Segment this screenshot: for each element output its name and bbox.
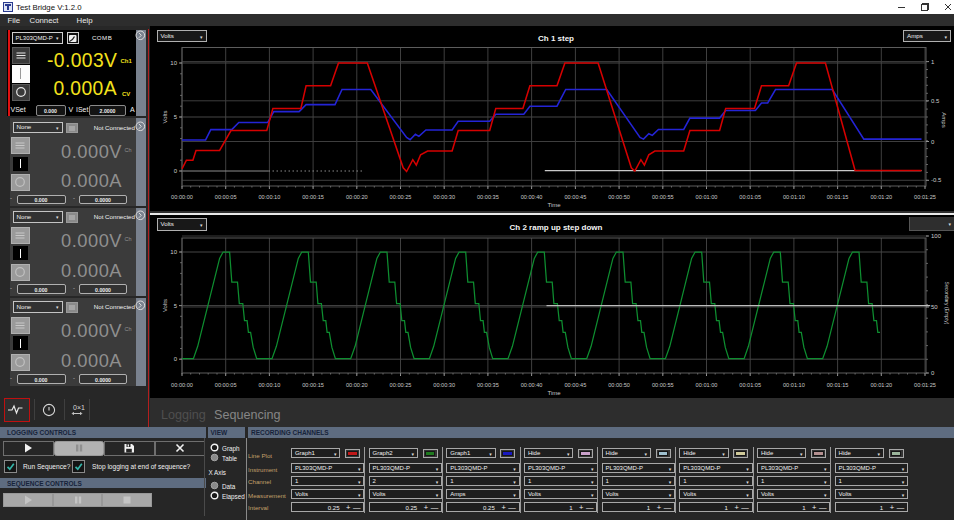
svg-text:00:00:45: 00:00:45 <box>565 194 587 200</box>
svg-text:00:00:35: 00:00:35 <box>477 194 499 200</box>
svg-text:00:00:20: 00:00:20 <box>346 194 368 200</box>
svg-text:00:00:15: 00:00:15 <box>302 194 324 200</box>
svg-text:Amps: Amps <box>941 112 947 127</box>
svg-text:00:00:40: 00:00:40 <box>521 194 543 200</box>
svg-text:00:00:20: 00:00:20 <box>346 382 368 388</box>
svg-text:Time: Time <box>547 390 561 396</box>
svg-text:00:00:10: 00:00:10 <box>259 382 281 388</box>
svg-text:00:00:30: 00:00:30 <box>433 194 455 200</box>
svg-text:00:00:55: 00:00:55 <box>652 382 674 388</box>
svg-text:00:01:10: 00:01:10 <box>783 382 805 388</box>
svg-text:00:00:25: 00:00:25 <box>390 194 412 200</box>
svg-text:00:00:00: 00:00:00 <box>171 382 193 388</box>
svg-text:00:01:00: 00:01:00 <box>696 382 718 388</box>
svg-text:00:00:25: 00:00:25 <box>390 382 412 388</box>
svg-text:00:00:00: 00:00:00 <box>171 194 193 200</box>
svg-text:Volts: Volts <box>162 299 168 312</box>
svg-text:00:00:50: 00:00:50 <box>608 194 630 200</box>
svg-text:00:01:00: 00:01:00 <box>696 194 718 200</box>
svg-text:00:00:15: 00:00:15 <box>302 382 324 388</box>
svg-text:50: 50 <box>931 304 938 310</box>
svg-text:Volts: Volts <box>162 110 168 123</box>
svg-text:00:00:05: 00:00:05 <box>215 194 237 200</box>
svg-text:00:00:50: 00:00:50 <box>608 382 630 388</box>
svg-text:-0.5: -0.5 <box>931 177 942 183</box>
svg-text:00:00:35: 00:00:35 <box>477 382 499 388</box>
svg-text:00:01:20: 00:01:20 <box>870 194 892 200</box>
svg-text:00:00:55: 00:00:55 <box>652 194 674 200</box>
svg-text:00:01:20: 00:01:20 <box>870 382 892 388</box>
svg-text:00:01:15: 00:01:15 <box>827 382 849 388</box>
svg-text:00:01:10: 00:01:10 <box>783 194 805 200</box>
svg-text:00:01:25: 00:01:25 <box>914 382 936 388</box>
svg-text:00:01:05: 00:01:05 <box>739 382 761 388</box>
svg-text:00:01:25: 00:01:25 <box>914 194 936 200</box>
svg-text:100: 100 <box>931 233 942 239</box>
svg-text:Time: Time <box>547 202 561 208</box>
svg-text:00:00:30: 00:00:30 <box>433 382 455 388</box>
svg-text:10: 10 <box>170 60 177 66</box>
svg-text:0.5: 0.5 <box>931 98 940 104</box>
svg-text:00:00:45: 00:00:45 <box>565 382 587 388</box>
svg-text:0×1: 0×1 <box>73 404 85 411</box>
svg-text:00:00:10: 00:00:10 <box>259 194 281 200</box>
svg-text:00:01:15: 00:01:15 <box>827 194 849 200</box>
svg-text:00:00:40: 00:00:40 <box>521 382 543 388</box>
svg-text:00:00:05: 00:00:05 <box>215 382 237 388</box>
svg-text:Secondary (Empty): Secondary (Empty) <box>944 282 950 325</box>
svg-text:00:01:05: 00:01:05 <box>739 194 761 200</box>
svg-text:10: 10 <box>170 249 177 255</box>
